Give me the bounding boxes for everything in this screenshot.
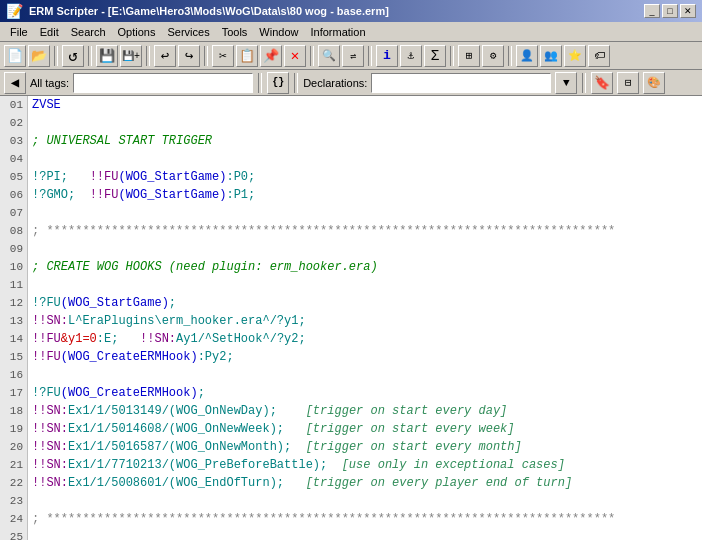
code-line-06: !?GMO; !!FU(WOG_StartGame):P1;	[32, 186, 698, 204]
code-line-09	[32, 240, 698, 258]
cut-button[interactable]: ✂	[212, 45, 234, 67]
line-num-11: 11	[4, 276, 23, 294]
line-num-15: 15	[4, 348, 23, 366]
code-line-20: !!SN:Ex1/1/5016587/(WOG_OnNewMonth); [tr…	[32, 438, 698, 456]
line-num-05: 05	[4, 168, 23, 186]
bookmark-button[interactable]: 🔖	[591, 72, 613, 94]
code-line-04	[32, 150, 698, 168]
title-bar-controls[interactable]: _ □ ✕	[644, 4, 696, 18]
paste-button[interactable]: 📌	[260, 45, 282, 67]
line-num-14: 14	[4, 330, 23, 348]
sigma-button[interactable]: Σ	[424, 45, 446, 67]
line-num-21: 21	[4, 456, 23, 474]
menu-services[interactable]: Services	[161, 25, 215, 39]
user2-button[interactable]: 👥	[540, 45, 562, 67]
color-button[interactable]: 🎨	[643, 72, 665, 94]
menu-information[interactable]: Information	[304, 25, 371, 39]
toolbar-sep-8	[508, 46, 512, 66]
toolbar-sep-5	[310, 46, 314, 66]
code-line-19: !!SN:Ex1/1/5014608/(WOG_OnNewWeek); [tri…	[32, 420, 698, 438]
menu-options[interactable]: Options	[112, 25, 162, 39]
line-numbers: 01 02 03 04 05 06 07 08 09 10 11 12 13 1…	[0, 96, 28, 540]
line-num-22: 22	[4, 474, 23, 492]
line-num-18: 18	[4, 402, 23, 420]
bracket-button[interactable]: {}	[267, 72, 289, 94]
code-line-10: ; CREATE WOG HOOKS (need plugin: erm_hoo…	[32, 258, 698, 276]
line-num-17: 17	[4, 384, 23, 402]
code-line-07	[32, 204, 698, 222]
code-line-03: ; UNIVERSAL START TRIGGER	[32, 132, 698, 150]
menu-edit[interactable]: Edit	[34, 25, 65, 39]
menu-file[interactable]: File	[4, 25, 34, 39]
anchor-button[interactable]: ⚓	[400, 45, 422, 67]
code-editor[interactable]: ZVSE ; UNIVERSAL START TRIGGER !?PI; !!F…	[28, 96, 702, 540]
title-bar-text: ERM Scripter - [E:\Game\Hero3\Mods\WoG\D…	[29, 5, 638, 17]
refresh-button[interactable]: ↺	[62, 45, 84, 67]
code-line-16	[32, 366, 698, 384]
info-button[interactable]: i	[376, 45, 398, 67]
settings-button[interactable]: ⚙	[482, 45, 504, 67]
toolbar2-sep-1	[258, 73, 262, 93]
code-line-22: !!SN:Ex1/1/5008601/(WOG_EndOfTurn); [tri…	[32, 474, 698, 492]
code-line-01: ZVSE	[32, 96, 698, 114]
decl-dropdown-btn[interactable]: ▼	[555, 72, 577, 94]
line-num-01: 01	[4, 96, 23, 114]
user1-button[interactable]: 👤	[516, 45, 538, 67]
toolbar-sep-1	[54, 46, 58, 66]
line-num-10: 10	[4, 258, 23, 276]
save-button[interactable]: 💾	[96, 45, 118, 67]
tag-button[interactable]: 🏷	[588, 45, 610, 67]
code-container: 01 02 03 04 05 06 07 08 09 10 11 12 13 1…	[0, 96, 702, 540]
declarations-label: Declarations:	[303, 77, 367, 89]
toolbar-secondary: ◀ All tags: {} Declarations: ▼ 🔖 ⊟ 🎨	[0, 70, 702, 96]
menu-window[interactable]: Window	[253, 25, 304, 39]
toolbar2-sep-3	[582, 73, 586, 93]
new-file-button[interactable]: 📄	[4, 45, 26, 67]
line-num-25: 25	[4, 528, 23, 540]
line-num-08: 08	[4, 222, 23, 240]
code-line-02	[32, 114, 698, 132]
open-file-button[interactable]: 📂	[28, 45, 50, 67]
find-button[interactable]: 🔍	[318, 45, 340, 67]
line-num-03: 03	[4, 132, 23, 150]
redo-button[interactable]: ↪	[178, 45, 200, 67]
star-button[interactable]: ⭐	[564, 45, 586, 67]
all-tags-input[interactable]	[73, 73, 253, 93]
nav-back-button[interactable]: ◀	[4, 72, 26, 94]
code-line-12: !?FU(WOG_StartGame);	[32, 294, 698, 312]
line-num-24: 24	[4, 510, 23, 528]
undo-button[interactable]: ↩	[154, 45, 176, 67]
menu-search[interactable]: Search	[65, 25, 112, 39]
grid-button[interactable]: ⊞	[458, 45, 480, 67]
app-icon: 📝	[6, 3, 23, 19]
menu-bar: File Edit Search Options Services Tools …	[0, 22, 702, 42]
code-line-14: !!FU&y1=0:E; !!SN:Ay1/^SetHook^/?y2;	[32, 330, 698, 348]
close-button[interactable]: ✕	[680, 4, 696, 18]
copy-button[interactable]: 📋	[236, 45, 258, 67]
line-num-19: 19	[4, 420, 23, 438]
code-line-05: !?PI; !!FU(WOG_StartGame):P0;	[32, 168, 698, 186]
delete-button[interactable]: ✕	[284, 45, 306, 67]
declarations-input[interactable]	[371, 73, 551, 93]
code-line-25	[32, 528, 698, 540]
line-num-12: 12	[4, 294, 23, 312]
line-num-02: 02	[4, 114, 23, 132]
line-num-16: 16	[4, 366, 23, 384]
toolbar-sep-6	[368, 46, 372, 66]
maximize-button[interactable]: □	[662, 4, 678, 18]
minimize-button[interactable]: _	[644, 4, 660, 18]
code-line-21: !!SN:Ex1/1/7710213/(WOG_PreBeforeBattle)…	[32, 456, 698, 474]
code-line-11	[32, 276, 698, 294]
toolbar-main: 📄 📂 ↺ 💾 💾+ ↩ ↪ ✂ 📋 📌 ✕ 🔍 ⇌ i ⚓ Σ ⊞ ⚙ 👤 👥…	[0, 42, 702, 70]
layout-button[interactable]: ⊟	[617, 72, 639, 94]
save-all-button[interactable]: 💾+	[120, 45, 142, 67]
menu-tools[interactable]: Tools	[216, 25, 254, 39]
code-line-13: !!SN:L^EraPlugins\erm_hooker.era^/?y1;	[32, 312, 698, 330]
line-num-07: 07	[4, 204, 23, 222]
replace-button[interactable]: ⇌	[342, 45, 364, 67]
code-line-08: ; **************************************…	[32, 222, 698, 240]
toolbar-sep-2	[88, 46, 92, 66]
line-num-20: 20	[4, 438, 23, 456]
code-line-24: ; **************************************…	[32, 510, 698, 528]
line-num-04: 04	[4, 150, 23, 168]
